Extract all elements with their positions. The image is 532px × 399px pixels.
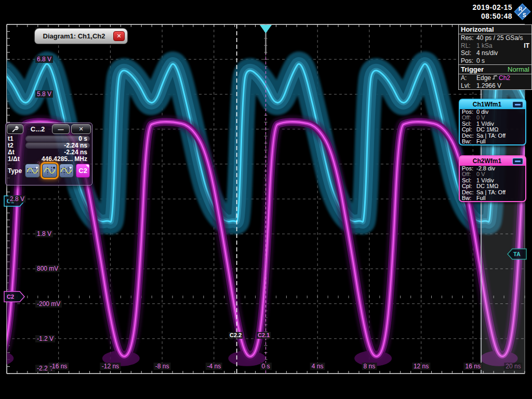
acquisition-panel[interactable]: Horizontal Res: 40 ps / 25 GSa/s RL: 1 k… (458, 24, 532, 90)
it-badge: IT (524, 42, 529, 50)
oscilloscope-screen: C1C2TA 7.8 V6.8 V5.8 V3.8 V2.8 V1.8 V800… (0, 0, 532, 399)
cursor-source-c2-button[interactable]: C2 (76, 164, 90, 178)
dialog-close-button[interactable]: ✕ (71, 124, 91, 134)
horizontal-title: Horizontal (459, 25, 531, 34)
edge-trigger-icon (492, 74, 498, 80)
datetime-display: 2019-02-15 08:50:48 (446, 3, 512, 21)
ch2-panel-title: Ch2Wfm1 (462, 157, 512, 165)
tab-title: Diagram1: Ch1,Ch2 (35, 32, 113, 40)
cursor-type-horizontal-button[interactable] (25, 164, 40, 178)
left-axis-label: -1.2 V (35, 335, 55, 342)
time-text: 08:50:48 (446, 12, 512, 21)
bottom-axis-label: -8 ns (154, 363, 171, 370)
bottom-axis-label: 4 ns (310, 363, 325, 370)
cursor-results-dialog[interactable]: C...2 — ✕ t1 0 s t2 -2.24 ns Δt -2.24 ns… (5, 123, 92, 185)
res-row: Res: 40 ps / 25 GSa/s (459, 34, 531, 42)
t1-value[interactable]: 0 s (25, 136, 90, 142)
trigger-title: Trigger (461, 65, 484, 73)
ch1-panel-title: Ch1Wfm1 (462, 101, 512, 108)
left-axis-label: 1.8 V (35, 230, 53, 237)
bottom-axis-label: -12 ns (100, 363, 121, 370)
left-axis-label: 6.8 V (35, 56, 53, 63)
waveform-display[interactable]: C1C2TA (0, 0, 532, 399)
dt-row: Δt -2.24 ns (6, 149, 92, 155)
t2-row: t2 -2.24 ns (6, 142, 92, 149)
t1-row: t1 0 s (6, 135, 92, 142)
cursor1-label[interactable]: C2.1 (257, 332, 271, 339)
dropdown-corner-icon (86, 165, 89, 168)
dialog-title: C...2 (25, 125, 50, 133)
freq-row: 1/Δt 446.4285... MHz (6, 155, 92, 162)
cursor-type-row: Type (6, 162, 92, 178)
ch1-waveform-panel[interactable]: Ch1Wfm1 Pos:0 div Off:0 V Scl:1 V/div Cp… (459, 99, 526, 145)
tab-diagram1[interactable]: Diagram1: Ch1,Ch2 ✕ (34, 28, 128, 44)
trigger-level-row: Lvl: 1.2966 V (459, 82, 531, 90)
rs-logo-icon: R S (513, 2, 532, 22)
svg-text:S: S (523, 12, 526, 18)
pos-row: Pos: 0 s (459, 57, 531, 65)
rl-row: RL: 1 kSa IT (459, 42, 531, 50)
bottom-axis-label: 12 ns (412, 363, 430, 370)
left-axis-label: -200 mV (35, 300, 62, 308)
cursor-type-vertical-button[interactable] (42, 164, 57, 178)
dialog-titlebar[interactable]: C...2 — ✕ (6, 123, 92, 135)
freq-value: 446.4285... MHz (25, 155, 90, 163)
bottom-axis-label: -16 ns (48, 363, 69, 370)
date-text: 2019-02-15 (446, 3, 512, 12)
horizontal-cursors-icon (26, 166, 39, 176)
ch2-trough-blob (0, 351, 14, 366)
bottom-axis-label: 20 ns (504, 363, 522, 370)
bottom-axis-label: -4 ns (205, 363, 222, 370)
dialog-minimize-button[interactable]: — (52, 124, 70, 134)
trigger-mode-badge: Normal (508, 65, 529, 73)
ch2-minimize-button[interactable] (512, 158, 523, 165)
trigger-a-row: A: Edge Ch2 (459, 74, 531, 82)
cursor-type-both-button[interactable] (59, 164, 74, 178)
ch2-position-marker-label: C2 (7, 294, 14, 300)
trigger-a-level-marker-label: TA (513, 251, 521, 257)
left-axis-label: 800 mV (35, 265, 60, 272)
left-axis-label: 2.8 V (8, 195, 26, 203)
dt-value: -2.24 ns (25, 149, 90, 156)
ch1-minimize-button[interactable] (512, 101, 523, 108)
trigger-source: Ch2 (499, 74, 510, 82)
ch2-waveform-panel[interactable]: Ch2Wfm1 Pos:-2.8 div Off:0 V Scl:1 V/div… (459, 155, 526, 202)
trigger-position-icon[interactable] (260, 25, 272, 33)
cursor2-label[interactable]: C2.2 (229, 332, 243, 339)
t2-value[interactable]: -2.24 ns (25, 142, 90, 149)
vertical-cursors-icon (43, 166, 56, 176)
ch2-panel-header[interactable]: Ch2Wfm1 (460, 156, 525, 166)
dialog-settings-button[interactable] (7, 124, 23, 134)
left-axis-label: 5.8 V (35, 90, 53, 98)
ch1-panel-header[interactable]: Ch1Wfm1 (460, 100, 525, 109)
trigger-title-row: Trigger Normal (459, 64, 531, 74)
bottom-axis-label: 0 s (260, 363, 271, 370)
bottom-axis-label: 16 ns (464, 363, 482, 370)
bottom-axis-label: 8 ns (362, 363, 377, 370)
both-cursors-icon (60, 166, 73, 176)
scl-row: Scl: 4 ns/div (459, 49, 531, 57)
wrench-icon (11, 126, 19, 133)
tab-close-icon[interactable]: ✕ (113, 31, 125, 41)
